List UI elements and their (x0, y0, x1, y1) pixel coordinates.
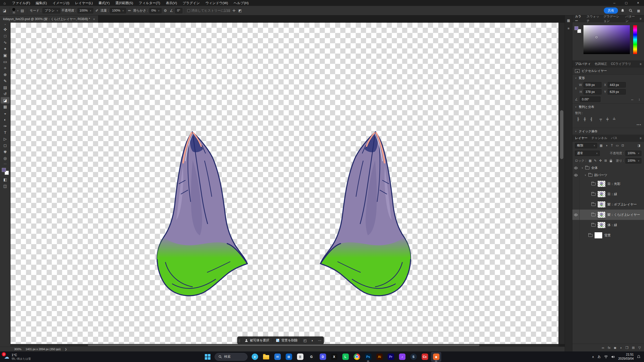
filter-type-icon[interactable]: T (609, 143, 614, 148)
layer-row[interactable]: 目：緑 (572, 189, 644, 199)
minimize-icon[interactable]: ─ (608, 0, 620, 6)
visibility-toggle[interactable] (572, 199, 580, 210)
dodge-tool[interactable]: ◐ (1, 116, 10, 123)
pen-tool[interactable]: ✑ (1, 123, 10, 129)
close-icon[interactable]: ✕ (632, 0, 644, 6)
clone-stamp-tool[interactable]: ▤ (1, 84, 10, 91)
history-brush-tool[interactable]: ↺ (1, 91, 10, 97)
chevron-down-icon[interactable]: ∨ (17, 10, 19, 12)
more-options-icon[interactable]: ⋯ (316, 339, 324, 342)
filter-smart-icon[interactable]: ⊡ (620, 143, 625, 148)
vertical-scrollbar[interactable] (558, 23, 565, 344)
menu-item[interactable]: 書式(Y) (96, 0, 112, 6)
smoothing-select[interactable]: 0% ∨ (149, 8, 162, 13)
layer-thumbnail[interactable] (597, 180, 606, 187)
app-github[interactable]: G (306, 352, 317, 362)
panel-grid-icon[interactable]: ▦ (567, 19, 570, 22)
lock-pixels-icon[interactable]: ✎ (593, 158, 598, 163)
layer-row[interactable]: 髪：くらげ上レイヤー (572, 210, 644, 220)
visibility-toggle[interactable] (572, 220, 580, 230)
layer-name[interactable]: 顔パーツ (594, 173, 607, 177)
volume-icon[interactable] (611, 355, 615, 358)
panel-tab[interactable]: レイヤー (575, 136, 588, 140)
lasso-tool[interactable]: ∿ (1, 39, 10, 46)
menu-item[interactable]: ヘルプ(H) (231, 0, 251, 6)
layer-row[interactable]: ∨ 全体 (572, 164, 644, 171)
panel-tab[interactable]: 色調補正 (595, 62, 607, 66)
select-subject-button[interactable]: 被写体を選択 (241, 337, 273, 344)
status-chevron-icon[interactable]: ❯ (65, 348, 67, 351)
flip-vertical-icon[interactable]: ↕ (637, 97, 642, 101)
quick-actions-header[interactable]: ∨ クイック操作 (572, 128, 644, 135)
height-field[interactable]: 378 px (583, 89, 601, 94)
horizontal-scrollbar-thumb[interactable] (88, 344, 479, 346)
layer-row[interactable]: 目：光彩 (572, 179, 644, 189)
align-top-icon[interactable]: ╤ (598, 116, 604, 122)
gradient-tool[interactable]: ▦ (1, 104, 10, 110)
maximize-icon[interactable]: ▢ (620, 0, 632, 6)
app-paint[interactable]: ◆ (431, 352, 441, 362)
visibility-toggle[interactable] (572, 210, 580, 220)
visibility-toggle[interactable] (572, 179, 580, 189)
layer-name[interactable]: 体：緑 (607, 223, 617, 227)
align-right-icon[interactable]: ╢ (588, 116, 595, 122)
app-notepad[interactable]: ≣ (295, 352, 305, 362)
layer-thumbnail[interactable] (597, 211, 606, 218)
panel-tab[interactable]: CCライブラリ (611, 62, 631, 66)
document-tab[interactable]: kidayun_live2D.psd @ 300% (髪：くらげ上レイヤー, R… (0, 15, 98, 23)
app-store[interactable]: ⊞ (284, 352, 294, 362)
filter-pixel-icon[interactable]: ▦ (599, 143, 604, 148)
canvas[interactable]: ⣿ 被写体を選択 背景を削除 ◰◗⋯ (11, 23, 558, 344)
align-left-icon[interactable]: ╟ (575, 116, 581, 122)
brush-preset-picker[interactable]: 33 ∨ (12, 7, 19, 14)
tray-chevron-icon[interactable]: ∧ (592, 355, 594, 359)
app-illustrator[interactable]: Ai (374, 352, 385, 362)
crop-tool[interactable]: ▣ (1, 52, 10, 58)
group-caret-icon[interactable]: ∨ (581, 167, 583, 169)
rotation-field[interactable]: 0.00° (580, 97, 600, 102)
visibility-toggle[interactable] (572, 164, 580, 171)
app-music[interactable]: ♪ (397, 352, 407, 362)
path-selection-tool[interactable]: ▷ (1, 136, 10, 142)
app-chrome[interactable] (352, 352, 362, 362)
menu-item[interactable]: イメージ(I) (50, 0, 72, 6)
color-swatches[interactable] (2, 168, 9, 175)
menu-item[interactable]: 編集(E) (33, 0, 50, 6)
brush-tool[interactable]: ✎ (1, 78, 10, 84)
app-explorer[interactable] (261, 352, 271, 362)
adjustment-layer-icon[interactable]: ◑ (620, 346, 622, 350)
delete-layer-icon[interactable]: ▽ (638, 346, 641, 350)
menu-item[interactable]: フィルター(T) (136, 0, 163, 6)
panel-menu-icon[interactable]: ≡ (640, 17, 641, 21)
quick-selection-tool[interactable]: ✶ (1, 46, 10, 52)
menu-item[interactable]: レイヤー(L) (72, 0, 96, 6)
layer-name[interactable]: 背景 (604, 233, 611, 238)
y-field[interactable]: 629 px (608, 89, 626, 94)
horizontal-scrollbar[interactable] (11, 344, 558, 347)
crop-context-icon[interactable]: ◰ (301, 339, 309, 342)
panel-tab[interactable]: チャンネル (591, 136, 607, 140)
filter-adjustment-icon[interactable]: ◑ (604, 143, 609, 148)
remove-background-button[interactable]: 背景を削除 (273, 337, 301, 344)
brush-settings-icon[interactable]: ◩ (238, 8, 242, 13)
layer-name[interactable]: 髪：くらげ上レイヤー (607, 213, 640, 217)
visibility-toggle[interactable] (572, 189, 580, 199)
width-field[interactable]: 509 px (583, 82, 601, 88)
app-x[interactable]: X (329, 352, 339, 362)
fill-select[interactable]: 100% ∨ (625, 158, 641, 163)
app-cc[interactable]: Cc (420, 352, 430, 362)
app-steam[interactable]: S (408, 352, 419, 362)
panel-tab[interactable]: プロパティ (575, 62, 591, 66)
mini-color-swatches[interactable] (574, 26, 581, 33)
frame-tool[interactable]: ▭ (1, 58, 10, 65)
menu-item[interactable]: 選択範囲(S) (113, 0, 136, 6)
drag-handle-icon[interactable]: ⣿ (238, 337, 241, 344)
home-icon[interactable]: ⌂ (0, 1, 9, 5)
wifi-icon[interactable] (604, 355, 608, 358)
transform-section-header[interactable]: ∨ 変形 (572, 75, 644, 81)
panel-tab[interactable]: スウォッチ (587, 14, 599, 23)
app-premiere[interactable]: Pr (386, 352, 396, 362)
quick-mask-icon[interactable]: ◧ (1, 176, 10, 183)
collapse-toolbar-icon[interactable]: » (4, 23, 6, 26)
edit-toolbar-icon[interactable]: ⋯ (4, 162, 7, 166)
